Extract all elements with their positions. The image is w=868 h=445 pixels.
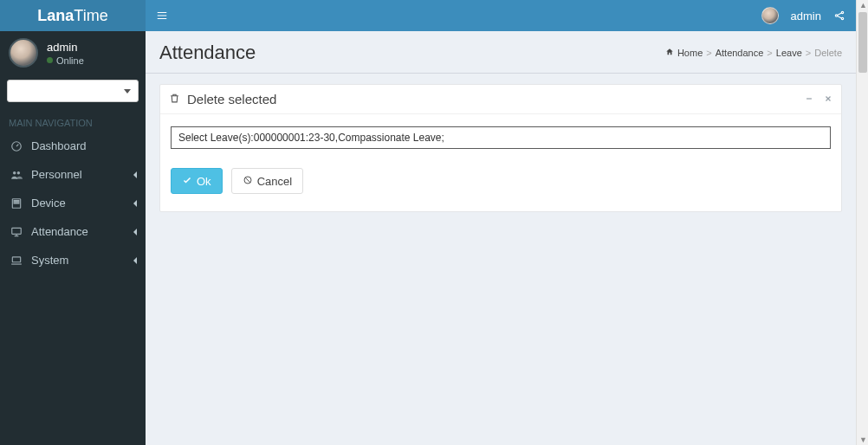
topbar: admin — [146, 0, 856, 31]
close-button[interactable] — [824, 93, 832, 106]
sidebar-item-label: Personnel — [31, 168, 82, 181]
sidebar-user-status: Online — [47, 55, 84, 66]
chevron-left-icon — [133, 200, 137, 207]
sidebar-item-system[interactable]: System — [0, 246, 146, 274]
sidebar-item-personnel[interactable]: Personnel — [0, 160, 146, 189]
sidebar-item-label: Attendance — [31, 225, 88, 238]
vertical-scrollbar[interactable]: ▲ ▼ — [856, 0, 868, 445]
brand-bold: Lana — [37, 7, 74, 25]
breadcrumb-sep: > — [706, 48, 711, 58]
scroll-down-arrow-icon[interactable]: ▼ — [859, 436, 866, 443]
home-icon — [665, 48, 674, 58]
nav-section-header: MAIN NAVIGATION — [0, 111, 146, 132]
breadcrumb-attendance[interactable]: Attendance — [716, 48, 764, 58]
cancel-button[interactable]: Cancel — [231, 168, 303, 194]
sidebar-item-device[interactable]: Device — [0, 189, 146, 217]
settings-icon[interactable] — [833, 10, 845, 22]
page-title: Attendance — [159, 42, 256, 64]
topbar-user-name[interactable]: admin — [791, 10, 821, 23]
collapse-button[interactable] — [805, 93, 813, 106]
content-header: Attendance Home > Attendance > Leave > D… — [146, 31, 856, 74]
sidebar-item-label: System — [31, 254, 68, 267]
breadcrumb-current: Delete — [814, 48, 842, 58]
sidebar-item-dashboard[interactable]: Dashboard — [0, 132, 146, 160]
menu-toggle-icon[interactable] — [156, 10, 168, 22]
panel-title: Delete selected — [187, 92, 276, 106]
users-icon — [10, 169, 23, 181]
chevron-left-icon — [133, 229, 137, 235]
svg-point-9 — [841, 11, 843, 13]
breadcrumb-leave[interactable]: Leave — [776, 48, 802, 58]
ban-icon — [243, 175, 253, 188]
scroll-up-arrow-icon[interactable]: ▲ — [859, 2, 866, 9]
selection-display: Select Leave(s):000000001:23-30,Compassi… — [171, 126, 831, 149]
svg-point-1 — [13, 171, 16, 174]
svg-rect-4 — [14, 200, 19, 201]
chevron-down-icon — [124, 89, 131, 94]
ok-button-label: Ok — [197, 175, 211, 188]
sidebar-select[interactable] — [7, 80, 139, 102]
cancel-button-label: Cancel — [257, 175, 292, 188]
sidebar: LanaTime admin Online MAIN NAVIGATION Da… — [0, 0, 146, 445]
monitor-icon — [10, 226, 23, 238]
breadcrumb-home[interactable]: Home — [677, 48, 703, 58]
svg-rect-7 — [12, 256, 20, 261]
check-icon — [182, 175, 192, 188]
sidebar-item-label: Dashboard — [31, 139, 87, 152]
dashboard-icon — [10, 140, 23, 152]
main: admin Attendance Home > Attendance > Lea… — [146, 0, 856, 445]
device-icon — [10, 197, 23, 210]
brand-rest: Time — [74, 7, 107, 25]
scrollbar-thumb[interactable] — [858, 12, 867, 73]
topbar-avatar[interactable] — [761, 7, 779, 24]
svg-rect-5 — [14, 202, 19, 203]
trash-icon — [169, 92, 180, 106]
avatar — [9, 38, 38, 68]
sidebar-user-status-text: Online — [56, 55, 84, 66]
ok-button[interactable]: Ok — [171, 168, 223, 194]
chevron-left-icon — [133, 257, 137, 264]
breadcrumb: Home > Attendance > Leave > Delete — [665, 48, 842, 58]
sidebar-item-label: Device — [31, 197, 66, 210]
breadcrumb-sep: > — [767, 48, 772, 58]
chevron-left-icon — [133, 171, 137, 178]
sidebar-user-name: admin — [47, 41, 84, 54]
sidebar-user-panel: admin Online — [0, 31, 146, 74]
online-dot-icon — [47, 57, 53, 63]
sidebar-item-attendance[interactable]: Attendance — [0, 217, 146, 246]
svg-point-2 — [17, 171, 20, 174]
svg-point-10 — [841, 17, 843, 19]
breadcrumb-sep: > — [806, 48, 811, 58]
delete-selected-panel: Delete selected Select Leave(s):00000000… — [159, 84, 842, 212]
laptop-icon — [10, 255, 23, 267]
brand-logo[interactable]: LanaTime — [0, 0, 146, 31]
svg-point-8 — [835, 15, 837, 16]
svg-rect-6 — [12, 228, 22, 234]
